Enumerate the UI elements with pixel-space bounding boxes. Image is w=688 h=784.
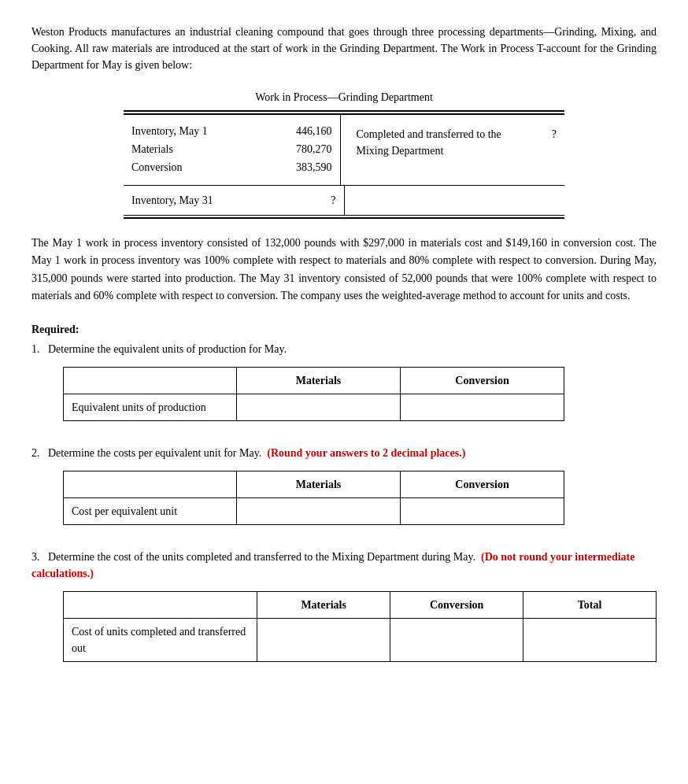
table3-col2-header: Conversion	[390, 591, 523, 618]
conversion-label: Conversion	[131, 159, 183, 176]
table-2: Materials Conversion Cost per equivalent…	[63, 471, 564, 525]
inventory-may31-label: Inventory, May 31	[131, 192, 213, 209]
table2-conversion-field[interactable]	[413, 505, 551, 517]
table2-row: Cost per equivalent unit	[64, 497, 564, 524]
t-account-bottom-border	[124, 215, 564, 219]
inventory-may31-right	[345, 186, 565, 215]
table1-materials-field[interactable]	[250, 401, 387, 413]
t-account-row-materials: Materials 780,270	[131, 141, 332, 157]
required-section: Required: 1. Determine the equivalent un…	[31, 321, 657, 662]
table-3: Materials Conversion Total Cost of units…	[63, 591, 657, 662]
required-label: Required:	[31, 321, 657, 338]
question-3-block: 3. Determine the cost of the units compl…	[31, 549, 657, 662]
table2-col1-header: Materials	[237, 471, 401, 497]
t-account-left: Inventory, May 1 446,160 Materials 780,2…	[124, 115, 341, 185]
question-1-text: 1. Determine the equivalent units of pro…	[31, 341, 657, 357]
table2-col0-header	[64, 471, 237, 497]
table3-total-field[interactable]	[536, 633, 643, 645]
question-1-block: 1. Determine the equivalent units of pro…	[31, 341, 657, 421]
table3-col1-header: Materials	[257, 591, 390, 618]
table-1: Materials Conversion Equivalent units of…	[63, 367, 564, 421]
t-account-right-value: ?	[536, 123, 557, 142]
table2-col2-header: Conversion	[401, 471, 564, 497]
table3-col3-header: Total	[523, 591, 657, 618]
table3-row: Cost of units completed and transferred …	[64, 618, 657, 661]
table1-row-label: Equivalent units of production	[64, 394, 237, 420]
t-account-container: Inventory, May 1 446,160 Materials 780,2…	[124, 110, 564, 219]
t-account-body: Inventory, May 1 446,160 Materials 780,2…	[124, 115, 564, 185]
t-account-right-content: Completed and transferred to the Mixing …	[357, 123, 557, 159]
table2-row-label: Cost per equivalent unit	[64, 497, 237, 524]
t-account-right: Completed and transferred to the Mixing …	[341, 115, 565, 185]
table2-materials-input[interactable]	[237, 497, 401, 524]
t-account-row-inventory: Inventory, May 1 446,160	[131, 123, 332, 139]
materials-label: Materials	[131, 141, 173, 157]
inventory-value: 446,160	[296, 123, 332, 139]
t-account-row-conversion: Conversion 383,590	[131, 159, 332, 176]
question-3-number: 3.	[31, 551, 40, 563]
table1-col2-header: Conversion	[401, 367, 564, 394]
question-1-number: 1.	[31, 343, 40, 355]
table1-conversion-field[interactable]	[413, 401, 551, 413]
table3-conversion-field[interactable]	[403, 633, 510, 645]
table1-conversion-input[interactable]	[401, 394, 564, 420]
table2-conversion-input[interactable]	[401, 497, 564, 524]
table3-row-label: Cost of units completed and transferred …	[64, 618, 257, 661]
question-2-label: Determine the costs per equivalent unit …	[48, 447, 261, 459]
question-2-block: 2. Determine the costs per equivalent un…	[31, 445, 657, 525]
inventory-may31-left: Inventory, May 31 ?	[124, 186, 345, 215]
description-paragraph: The May 1 work in process inventory cons…	[31, 235, 657, 305]
table2-materials-field[interactable]	[250, 505, 387, 517]
table1-row: Equivalent units of production	[64, 394, 564, 420]
table3-col0-header	[64, 591, 257, 618]
question-2-highlight: (Round your answers to 2 decimal places.…	[267, 447, 465, 459]
table3-materials-input[interactable]	[257, 618, 390, 661]
intro-paragraph: Weston Products manufactures an industri…	[31, 24, 657, 73]
question-1-label: Determine the equivalent units of produc…	[48, 343, 287, 355]
t-account-title: Work in Process—Grinding Department	[31, 89, 657, 105]
question-2-text: 2. Determine the costs per equivalent un…	[31, 445, 657, 461]
conversion-value: 383,590	[296, 159, 332, 176]
inventory-may31-value: ?	[331, 192, 335, 209]
question-3-text: 3. Determine the cost of the units compl…	[31, 549, 657, 582]
question-3-label: Determine the cost of the units complete…	[48, 551, 475, 563]
table1-materials-input[interactable]	[237, 394, 401, 420]
t-account-bottom-row: Inventory, May 31 ?	[124, 185, 564, 215]
t-account-section: Work in Process—Grinding Department Inve…	[31, 89, 657, 219]
table1-col0-header	[64, 367, 237, 394]
table1-col1-header: Materials	[237, 367, 401, 394]
inventory-label: Inventory, May 1	[131, 123, 208, 139]
t-account-right-label: Completed and transferred to the Mixing …	[357, 123, 536, 159]
materials-value: 780,270	[296, 141, 332, 157]
table3-materials-field[interactable]	[270, 633, 377, 645]
table3-total-input[interactable]	[523, 618, 657, 661]
table3-conversion-input[interactable]	[390, 618, 523, 661]
question-2-number: 2.	[31, 447, 40, 459]
